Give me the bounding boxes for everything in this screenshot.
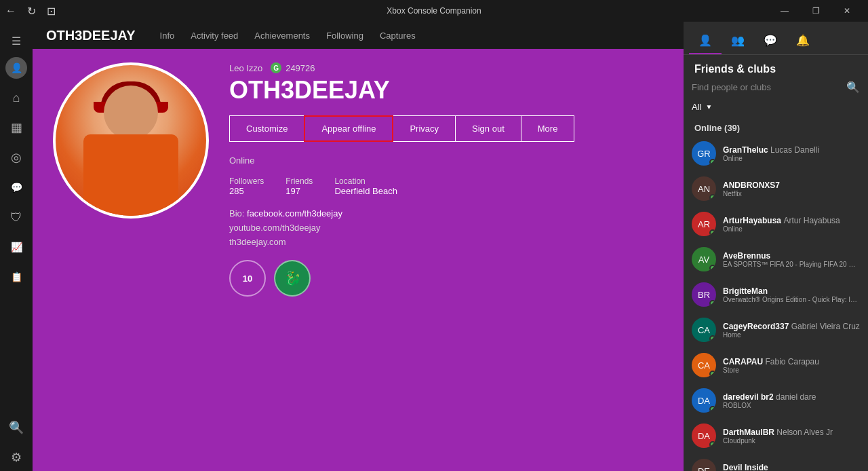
friend-avatar: CA xyxy=(692,353,716,377)
panel-tab-notifications[interactable]: 🔔 xyxy=(787,27,819,54)
search-input[interactable] xyxy=(692,82,841,92)
friend-status: Online xyxy=(723,155,860,162)
online-status-dot xyxy=(709,371,716,377)
friend-info: ArturHayabusa Artur Hayabusa Online xyxy=(723,216,860,233)
followers-label: Followers xyxy=(229,176,264,186)
location-stat: Location Deerfield Beach xyxy=(334,176,397,196)
profile-avatar xyxy=(53,62,209,219)
friend-avatar: AN xyxy=(692,176,716,201)
save-btn[interactable]: ⊡ xyxy=(47,5,56,18)
friend-status: ROBLOX xyxy=(723,402,860,409)
restore-btn[interactable]: ❐ xyxy=(800,0,831,22)
sidebar-item-trending[interactable]: 📈 xyxy=(3,233,30,261)
friend-item[interactable]: AR ArturHayabusa Artur Hayabusa Online xyxy=(684,206,868,242)
profile-gamerscore: G 249726 xyxy=(271,62,315,73)
profile-nav-title: OTH3DEEJAY xyxy=(46,28,136,43)
profile-status: Online xyxy=(229,155,663,166)
sidebar-item-lfg[interactable]: 📋 xyxy=(3,263,30,290)
friend-gamertag: CARAPAU Fabio Carapau xyxy=(723,357,860,366)
tab-captures[interactable]: Captures xyxy=(380,28,416,43)
sidebar-item-achievements[interactable]: ◎ xyxy=(3,144,30,171)
location-value: Deerfield Beach xyxy=(334,186,397,196)
friend-info: CageyRecord337 Gabriel Vieira Cruz Home xyxy=(723,322,860,339)
sidebar-item-clubs[interactable]: 🛡 xyxy=(3,204,30,231)
friend-info: GranTheluc Lucas Danelli Online xyxy=(723,145,860,162)
right-panel: 👤 👥 💬 🔔 Friends & clubs 🔍 All ▼ Online (… xyxy=(684,22,868,471)
refresh-btn[interactable]: ↻ xyxy=(27,5,36,18)
friends-list: GR GranTheluc Lucas Danelli Online AN AN… xyxy=(684,136,868,471)
online-status-dot xyxy=(709,229,716,236)
tab-info[interactable]: Info xyxy=(160,28,175,43)
search-icon[interactable]: 🔍 xyxy=(846,81,860,94)
location-label: Location xyxy=(334,176,397,186)
friend-item[interactable]: AV AveBrennus EA SPORTS™ FIFA 20 - Playi… xyxy=(684,242,868,277)
tab-achievements[interactable]: Achievements xyxy=(254,28,310,43)
panel-tab-messages[interactable]: 💬 xyxy=(754,27,787,54)
friend-gamertag: ANDBRONXS7 xyxy=(723,181,860,190)
friend-gamertag: ArturHayabusa Artur Hayabusa xyxy=(723,216,860,225)
friend-gamertag: DarthMaulBR Nelson Alves Jr xyxy=(723,428,860,437)
badge-achievement: 🐉 xyxy=(274,260,311,297)
appear-offline-button[interactable]: Appear offline xyxy=(304,115,393,142)
sign-out-button[interactable]: Sign out xyxy=(455,115,521,142)
friend-avatar: GR xyxy=(692,141,716,166)
bio-line1[interactable]: facebook.com/th3deejay xyxy=(247,208,342,219)
friend-info: ANDBRONXS7 Netflix xyxy=(723,181,860,197)
sidebar-item-search[interactable]: 🔍 xyxy=(3,414,30,441)
profile-real-name: Leo Izzo xyxy=(229,63,262,73)
filter-label: All xyxy=(692,102,701,112)
sidebar-item-store[interactable]: ▦ xyxy=(3,114,30,141)
friend-item[interactable]: BR BrigitteMan Overwatch® Origins Editio… xyxy=(684,277,868,312)
friends-stat: Friends 197 xyxy=(285,176,313,196)
friend-item[interactable]: GR GranTheluc Lucas Danelli Online xyxy=(684,136,868,171)
back-btn[interactable]: ← xyxy=(5,5,16,17)
friend-item[interactable]: AN ANDBRONXS7 Netflix xyxy=(684,171,868,206)
customize-button[interactable]: Customize xyxy=(229,115,304,142)
friend-status: Online xyxy=(723,225,860,233)
friend-item[interactable]: DA daredevil br2 daniel dare ROBLOX xyxy=(684,383,868,418)
profile-gamertag: OTH3DEEJAY xyxy=(229,76,663,105)
bio-line2[interactable]: youtube.com/th3deejay xyxy=(229,223,320,233)
bio-line3[interactable]: th3deejay.com xyxy=(229,237,286,247)
titlebar-title: Xbox Console Companion xyxy=(387,6,481,16)
panel-header: Friends & clubs xyxy=(684,55,868,81)
friend-gamertag: Devil Inside xyxy=(723,463,860,472)
friend-status: EA SPORTS™ FIFA 20 - Playing FIFA 20 Car… xyxy=(723,261,860,268)
profile-badges: 10 🐉 xyxy=(229,260,663,297)
profile-stats: Followers 285 Friends 197 Location Deerf… xyxy=(229,176,663,196)
titlebar: ← ↻ ⊡ Xbox Console Companion — ❐ ✕ xyxy=(0,0,868,22)
friend-avatar: AV xyxy=(692,247,716,271)
more-button[interactable]: More xyxy=(521,115,575,142)
titlebar-left: ← ↻ ⊡ xyxy=(5,5,56,18)
sidebar-item-settings[interactable]: ⚙ xyxy=(3,444,30,471)
tab-following[interactable]: Following xyxy=(326,28,363,43)
friend-info: DarthMaulBR Nelson Alves Jr Cloudpunk xyxy=(723,428,860,445)
profile-info: Leo Izzo G 249726 OTH3DEEJAY Customize A… xyxy=(229,62,663,457)
online-status-dot xyxy=(709,265,716,271)
panel-tab-friends[interactable]: 👤 xyxy=(689,27,722,54)
hamburger-menu[interactable]: ☰ xyxy=(3,27,30,54)
friend-status: Cloudpunk xyxy=(723,437,860,445)
online-status-dot xyxy=(709,300,716,307)
panel-tab-social[interactable]: 👥 xyxy=(722,27,754,54)
friend-info: CARAPAU Fabio Carapau Store xyxy=(723,357,860,374)
friend-avatar: BR xyxy=(692,282,716,307)
friend-item[interactable]: DE Devil Inside Xbox app xyxy=(684,453,868,471)
badge-level: 10 xyxy=(229,260,266,297)
tab-activity-feed[interactable]: Activity feed xyxy=(191,28,238,43)
close-btn[interactable]: ✕ xyxy=(831,0,863,22)
panel-filter[interactable]: All ▼ xyxy=(684,99,868,117)
friend-item[interactable]: CA CageyRecord337 Gabriel Vieira Cruz Ho… xyxy=(684,312,868,347)
sidebar-item-home[interactable]: ⌂ xyxy=(3,84,30,111)
profile-name-row: Leo Izzo G 249726 xyxy=(229,62,663,73)
friend-info: BrigitteMan Overwatch® Origins Edition -… xyxy=(723,286,860,303)
profile-content: Leo Izzo G 249726 OTH3DEEJAY Customize A… xyxy=(33,49,684,471)
bio-label: Bio: xyxy=(229,208,244,219)
user-avatar-sidebar[interactable]: 👤 xyxy=(5,57,27,79)
friend-item[interactable]: CA CARAPAU Fabio Carapau Store xyxy=(684,347,868,383)
minimize-btn[interactable]: — xyxy=(769,0,800,22)
sidebar-item-messages[interactable]: 💬 xyxy=(3,174,30,201)
friend-item[interactable]: DA DarthMaulBR Nelson Alves Jr Cloudpunk xyxy=(684,418,868,453)
privacy-button[interactable]: Privacy xyxy=(393,115,456,142)
profile-bio: Bio: facebook.com/th3deejay youtube.com/… xyxy=(229,207,663,249)
